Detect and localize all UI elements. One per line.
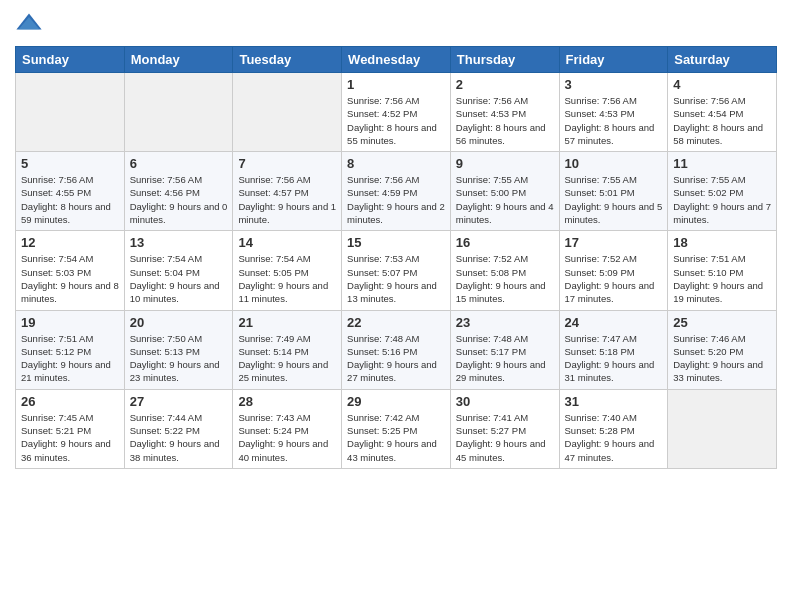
day-number: 25 (673, 315, 771, 330)
day-number: 30 (456, 394, 554, 409)
calendar-cell: 3Sunrise: 7:56 AM Sunset: 4:53 PM Daylig… (559, 73, 668, 152)
day-info: Sunrise: 7:56 AM Sunset: 4:53 PM Dayligh… (456, 94, 554, 147)
day-number: 3 (565, 77, 663, 92)
day-info: Sunrise: 7:47 AM Sunset: 5:18 PM Dayligh… (565, 332, 663, 385)
calendar-cell: 17Sunrise: 7:52 AM Sunset: 5:09 PM Dayli… (559, 231, 668, 310)
day-number: 1 (347, 77, 445, 92)
calendar-cell: 14Sunrise: 7:54 AM Sunset: 5:05 PM Dayli… (233, 231, 342, 310)
day-info: Sunrise: 7:41 AM Sunset: 5:27 PM Dayligh… (456, 411, 554, 464)
day-number: 18 (673, 235, 771, 250)
calendar-header-wednesday: Wednesday (342, 47, 451, 73)
header (15, 10, 777, 38)
calendar-cell (668, 389, 777, 468)
calendar-cell: 26Sunrise: 7:45 AM Sunset: 5:21 PM Dayli… (16, 389, 125, 468)
calendar-cell: 12Sunrise: 7:54 AM Sunset: 5:03 PM Dayli… (16, 231, 125, 310)
calendar-cell: 2Sunrise: 7:56 AM Sunset: 4:53 PM Daylig… (450, 73, 559, 152)
calendar-cell: 9Sunrise: 7:55 AM Sunset: 5:00 PM Daylig… (450, 152, 559, 231)
day-info: Sunrise: 7:56 AM Sunset: 4:57 PM Dayligh… (238, 173, 336, 226)
day-number: 19 (21, 315, 119, 330)
day-info: Sunrise: 7:51 AM Sunset: 5:12 PM Dayligh… (21, 332, 119, 385)
calendar-header-thursday: Thursday (450, 47, 559, 73)
calendar-cell: 4Sunrise: 7:56 AM Sunset: 4:54 PM Daylig… (668, 73, 777, 152)
calendar-cell: 16Sunrise: 7:52 AM Sunset: 5:08 PM Dayli… (450, 231, 559, 310)
calendar-cell: 25Sunrise: 7:46 AM Sunset: 5:20 PM Dayli… (668, 310, 777, 389)
day-info: Sunrise: 7:48 AM Sunset: 5:16 PM Dayligh… (347, 332, 445, 385)
day-number: 17 (565, 235, 663, 250)
calendar-cell: 27Sunrise: 7:44 AM Sunset: 5:22 PM Dayli… (124, 389, 233, 468)
day-number: 28 (238, 394, 336, 409)
day-info: Sunrise: 7:51 AM Sunset: 5:10 PM Dayligh… (673, 252, 771, 305)
calendar-cell: 5Sunrise: 7:56 AM Sunset: 4:55 PM Daylig… (16, 152, 125, 231)
day-number: 14 (238, 235, 336, 250)
calendar-cell: 22Sunrise: 7:48 AM Sunset: 5:16 PM Dayli… (342, 310, 451, 389)
day-info: Sunrise: 7:44 AM Sunset: 5:22 PM Dayligh… (130, 411, 228, 464)
calendar-cell: 7Sunrise: 7:56 AM Sunset: 4:57 PM Daylig… (233, 152, 342, 231)
calendar-week-1: 5Sunrise: 7:56 AM Sunset: 4:55 PM Daylig… (16, 152, 777, 231)
calendar-cell: 23Sunrise: 7:48 AM Sunset: 5:17 PM Dayli… (450, 310, 559, 389)
day-number: 9 (456, 156, 554, 171)
logo-icon (15, 10, 43, 38)
day-number: 31 (565, 394, 663, 409)
calendar-header-row: SundayMondayTuesdayWednesdayThursdayFrid… (16, 47, 777, 73)
calendar-cell: 24Sunrise: 7:47 AM Sunset: 5:18 PM Dayli… (559, 310, 668, 389)
day-info: Sunrise: 7:54 AM Sunset: 5:03 PM Dayligh… (21, 252, 119, 305)
day-info: Sunrise: 7:56 AM Sunset: 4:52 PM Dayligh… (347, 94, 445, 147)
day-number: 29 (347, 394, 445, 409)
day-info: Sunrise: 7:56 AM Sunset: 4:59 PM Dayligh… (347, 173, 445, 226)
day-info: Sunrise: 7:54 AM Sunset: 5:05 PM Dayligh… (238, 252, 336, 305)
day-number: 15 (347, 235, 445, 250)
day-number: 4 (673, 77, 771, 92)
calendar-cell: 19Sunrise: 7:51 AM Sunset: 5:12 PM Dayli… (16, 310, 125, 389)
day-number: 13 (130, 235, 228, 250)
calendar-cell: 15Sunrise: 7:53 AM Sunset: 5:07 PM Dayli… (342, 231, 451, 310)
calendar-header-tuesday: Tuesday (233, 47, 342, 73)
calendar-cell: 13Sunrise: 7:54 AM Sunset: 5:04 PM Dayli… (124, 231, 233, 310)
day-info: Sunrise: 7:56 AM Sunset: 4:56 PM Dayligh… (130, 173, 228, 226)
day-number: 20 (130, 315, 228, 330)
calendar-week-2: 12Sunrise: 7:54 AM Sunset: 5:03 PM Dayli… (16, 231, 777, 310)
calendar-cell: 30Sunrise: 7:41 AM Sunset: 5:27 PM Dayli… (450, 389, 559, 468)
day-info: Sunrise: 7:56 AM Sunset: 4:53 PM Dayligh… (565, 94, 663, 147)
day-number: 26 (21, 394, 119, 409)
calendar-cell: 1Sunrise: 7:56 AM Sunset: 4:52 PM Daylig… (342, 73, 451, 152)
calendar-header-saturday: Saturday (668, 47, 777, 73)
day-info: Sunrise: 7:42 AM Sunset: 5:25 PM Dayligh… (347, 411, 445, 464)
day-number: 7 (238, 156, 336, 171)
day-number: 8 (347, 156, 445, 171)
day-info: Sunrise: 7:55 AM Sunset: 5:02 PM Dayligh… (673, 173, 771, 226)
day-info: Sunrise: 7:56 AM Sunset: 4:54 PM Dayligh… (673, 94, 771, 147)
day-number: 6 (130, 156, 228, 171)
day-number: 23 (456, 315, 554, 330)
day-info: Sunrise: 7:55 AM Sunset: 5:00 PM Dayligh… (456, 173, 554, 226)
day-info: Sunrise: 7:56 AM Sunset: 4:55 PM Dayligh… (21, 173, 119, 226)
day-number: 5 (21, 156, 119, 171)
day-number: 11 (673, 156, 771, 171)
calendar-cell (124, 73, 233, 152)
day-info: Sunrise: 7:43 AM Sunset: 5:24 PM Dayligh… (238, 411, 336, 464)
day-number: 10 (565, 156, 663, 171)
calendar-cell: 18Sunrise: 7:51 AM Sunset: 5:10 PM Dayli… (668, 231, 777, 310)
calendar-cell (233, 73, 342, 152)
day-number: 16 (456, 235, 554, 250)
day-number: 24 (565, 315, 663, 330)
calendar-cell: 6Sunrise: 7:56 AM Sunset: 4:56 PM Daylig… (124, 152, 233, 231)
calendar-cell: 21Sunrise: 7:49 AM Sunset: 5:14 PM Dayli… (233, 310, 342, 389)
calendar-week-3: 19Sunrise: 7:51 AM Sunset: 5:12 PM Dayli… (16, 310, 777, 389)
day-number: 2 (456, 77, 554, 92)
day-info: Sunrise: 7:46 AM Sunset: 5:20 PM Dayligh… (673, 332, 771, 385)
day-info: Sunrise: 7:49 AM Sunset: 5:14 PM Dayligh… (238, 332, 336, 385)
calendar-header-monday: Monday (124, 47, 233, 73)
day-info: Sunrise: 7:48 AM Sunset: 5:17 PM Dayligh… (456, 332, 554, 385)
calendar-table: SundayMondayTuesdayWednesdayThursdayFrid… (15, 46, 777, 469)
calendar-week-4: 26Sunrise: 7:45 AM Sunset: 5:21 PM Dayli… (16, 389, 777, 468)
calendar-header-sunday: Sunday (16, 47, 125, 73)
page: SundayMondayTuesdayWednesdayThursdayFrid… (0, 0, 792, 612)
day-info: Sunrise: 7:50 AM Sunset: 5:13 PM Dayligh… (130, 332, 228, 385)
calendar-cell: 8Sunrise: 7:56 AM Sunset: 4:59 PM Daylig… (342, 152, 451, 231)
day-info: Sunrise: 7:54 AM Sunset: 5:04 PM Dayligh… (130, 252, 228, 305)
calendar-cell (16, 73, 125, 152)
day-info: Sunrise: 7:45 AM Sunset: 5:21 PM Dayligh… (21, 411, 119, 464)
day-info: Sunrise: 7:52 AM Sunset: 5:08 PM Dayligh… (456, 252, 554, 305)
calendar-cell: 11Sunrise: 7:55 AM Sunset: 5:02 PM Dayli… (668, 152, 777, 231)
day-info: Sunrise: 7:52 AM Sunset: 5:09 PM Dayligh… (565, 252, 663, 305)
